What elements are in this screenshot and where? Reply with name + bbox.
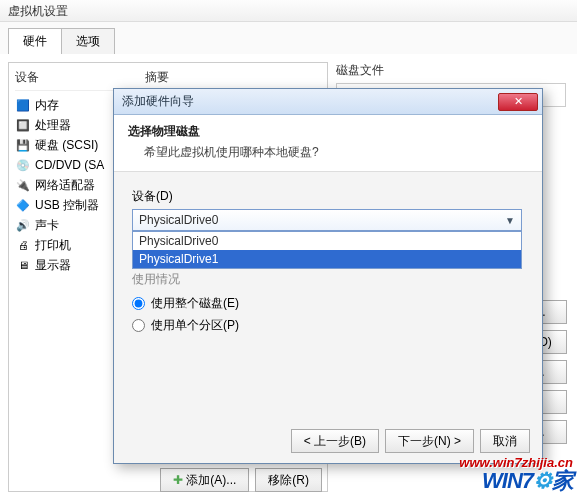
device-icon: 🔊	[15, 217, 31, 233]
device-icon: 🖨	[15, 237, 31, 253]
device-icon: 💿	[15, 157, 31, 173]
cancel-button[interactable]: 取消	[480, 429, 530, 453]
usage-label: 使用情况	[132, 271, 524, 288]
radio-entire-disk-input[interactable]	[132, 297, 145, 310]
device-name: 处理器	[35, 117, 71, 134]
device-name: 硬盘 (SCSI)	[35, 137, 98, 154]
window-titlebar: 虚拟机设置	[0, 0, 577, 22]
add-button[interactable]: ✚ 添加(A)...	[160, 468, 249, 492]
device-icon: 🖥	[15, 257, 31, 273]
remove-button[interactable]: 移除(R)	[255, 468, 322, 492]
device-combobox-dropdown: PhysicalDrive0 PhysicalDrive1	[132, 231, 522, 269]
tab-strip: 硬件 选项	[0, 22, 577, 54]
device-label: 设备(D)	[132, 188, 524, 205]
chevron-down-icon: ▼	[505, 215, 515, 226]
device-name: USB 控制器	[35, 197, 99, 214]
close-icon[interactable]: ✕	[498, 93, 538, 111]
header-device: 设备	[15, 69, 145, 86]
combobox-option[interactable]: PhysicalDrive0	[133, 232, 521, 250]
radio-single-partition[interactable]: 使用单个分区(P)	[132, 314, 524, 336]
device-icon: 🟦	[15, 97, 31, 113]
disk-file-label: 磁盘文件	[336, 62, 566, 79]
next-button[interactable]: 下一步(N) >	[385, 429, 474, 453]
device-combobox-value: PhysicalDrive0	[139, 213, 218, 227]
device-name: 内存	[35, 97, 59, 114]
tab-options[interactable]: 选项	[61, 28, 115, 54]
device-name: 网络适配器	[35, 177, 95, 194]
device-icon: 💾	[15, 137, 31, 153]
device-name: 显示器	[35, 257, 71, 274]
device-icon: 🔷	[15, 197, 31, 213]
window-title: 虚拟机设置	[8, 4, 68, 18]
radio-entire-disk[interactable]: 使用整个磁盘(E)	[132, 292, 524, 314]
wizard-heading: 选择物理磁盘	[128, 123, 528, 140]
device-combobox[interactable]: PhysicalDrive0 ▼	[132, 209, 522, 231]
device-name: 声卡	[35, 217, 59, 234]
wizard-title: 添加硬件向导	[122, 93, 498, 110]
combobox-option[interactable]: PhysicalDrive1	[133, 250, 521, 268]
bottom-buttons: ✚ 添加(A)... 移除(R)	[160, 468, 322, 492]
header-summary: 摘要	[145, 69, 169, 86]
device-icon: 🔌	[15, 177, 31, 193]
device-name: CD/DVD (SA	[35, 158, 104, 172]
tab-hardware[interactable]: 硬件	[8, 28, 62, 54]
watermark-logo: WIN7⚙家	[482, 466, 573, 496]
device-name: 打印机	[35, 237, 71, 254]
device-icon: 🔲	[15, 117, 31, 133]
add-hardware-wizard: 添加硬件向导 ✕ 选择物理磁盘 希望此虚拟机使用哪种本地硬盘? 设备(D) Ph…	[113, 88, 543, 464]
wizard-subheading: 希望此虚拟机使用哪种本地硬盘?	[128, 144, 528, 161]
back-button[interactable]: < 上一步(B)	[291, 429, 379, 453]
radio-single-partition-input[interactable]	[132, 319, 145, 332]
